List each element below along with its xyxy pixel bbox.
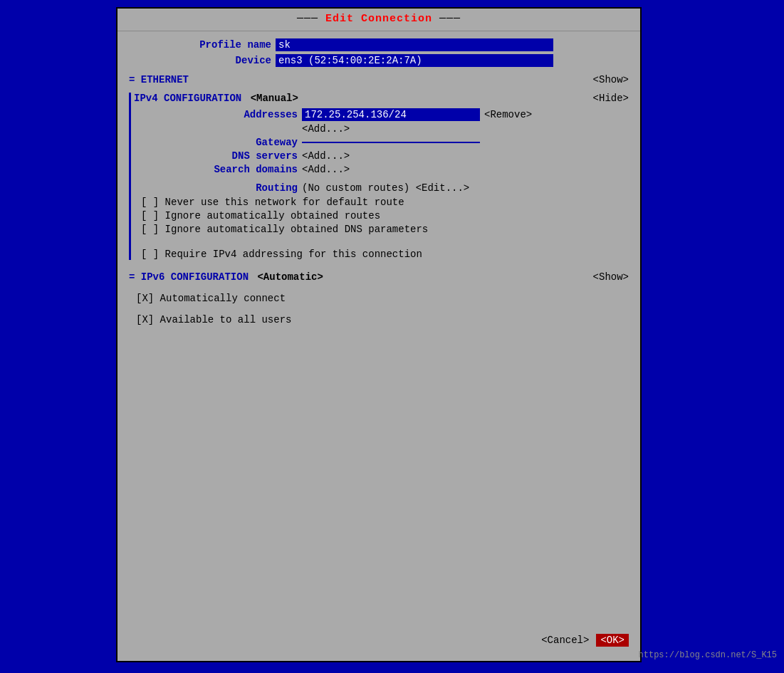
add-address-btn[interactable]: <Add...> [302,123,350,135]
ethernet-section: = ETHERNET <Show> [129,74,629,85]
dialog-title: Edit Connection [117,9,640,31]
ipv6-section: = IPv6 CONFIGURATION <Automatic> <Show> [129,271,629,283]
edit-connection-dialog: Edit Connection Profile name sk Device e… [116,7,642,662]
checkbox3-row[interactable]: [ ] Ignore automatically obtained DNS pa… [141,224,629,235]
ethernet-show-btn[interactable]: <Show> [593,74,629,85]
gateway-input[interactable] [302,142,480,143]
routing-value[interactable]: (No custom routes) <Edit...> [302,182,469,194]
search-label: Search domains [134,164,298,175]
remove-address-btn[interactable]: <Remove> [484,109,532,120]
ipv6-header: = IPv6 CONFIGURATION <Automatic> <Show> [129,271,629,283]
ipv4-header: IPv4 CONFIGURATION <Manual> <Hide> [134,93,629,104]
checkbox2-row[interactable]: [ ] Ignore automatically obtained routes [141,210,629,221]
gateway-label: Gateway [134,137,298,148]
device-input[interactable]: ens3 (52:54:00:2E:2A:7A) [276,54,553,67]
checkbox4-row[interactable]: [ ] Require IPv4 addressing for this con… [141,249,629,260]
ipv6-show-btn[interactable]: <Show> [593,271,629,283]
ok-button[interactable]: <OK> [596,634,629,647]
all-users-row[interactable]: [X] Available to all users [136,314,629,325]
checkbox1-row[interactable]: [ ] Never use this network for default r… [141,197,629,208]
bottom-bar: <Cancel> <OK> [541,634,629,647]
dns-add-btn[interactable]: <Add...> [302,150,350,162]
dns-row: DNS servers <Add...> [134,150,629,162]
dns-label: DNS servers [134,150,298,162]
ipv4-label: IPv4 CONFIGURATION [134,93,241,104]
ipv4-section: IPv4 CONFIGURATION <Manual> <Hide> Addre… [129,93,629,260]
profile-name-input[interactable]: sk [276,38,553,51]
search-row: Search domains <Add...> [134,164,629,175]
ipv4-mode[interactable]: <Manual> [251,93,298,104]
addresses-input[interactable]: 172.25.254.136/24 [302,108,480,121]
addresses-row: Addresses 172.25.254.136/24 <Remove> [134,108,629,121]
profile-name-label: Profile name [129,39,271,51]
device-row: Device ens3 (52:54:00:2E:2A:7A) [129,54,629,67]
cancel-button[interactable]: <Cancel> [541,635,589,646]
routing-label: Routing [134,182,298,194]
ipv6-mode[interactable]: <Automatic> [257,271,323,283]
addresses-label: Addresses [134,109,298,120]
gateway-row: Gateway [134,137,629,148]
profile-name-row: Profile name sk [129,38,629,51]
add-address-row: <Add...> [134,123,629,135]
routing-row: Routing (No custom routes) <Edit...> [134,182,629,194]
ipv6-label: = IPv6 CONFIGURATION [129,271,249,283]
search-add-btn[interactable]: <Add...> [302,164,350,175]
watermark: https://blog.csdn.net/S_K15 [639,650,777,660]
ethernet-label: = ETHERNET [129,74,189,85]
device-label: Device [129,55,271,66]
ipv4-hide-btn[interactable]: <Hide> [593,93,629,104]
auto-connect-row[interactable]: [X] Automatically connect [136,293,629,304]
